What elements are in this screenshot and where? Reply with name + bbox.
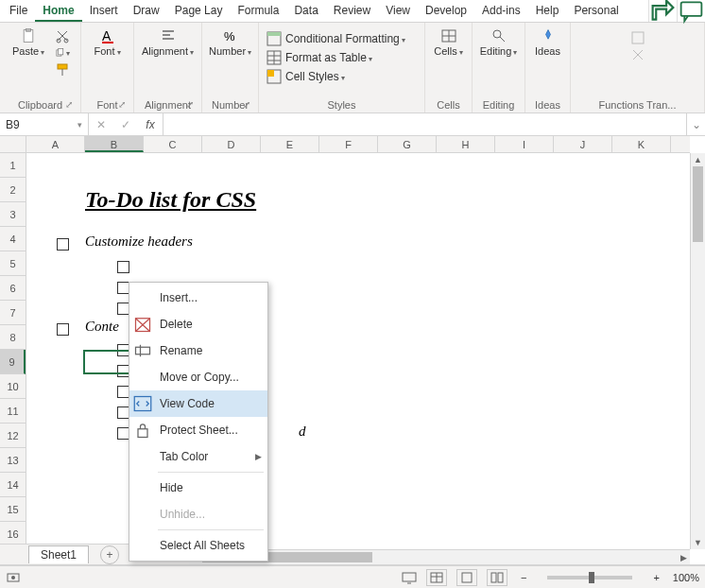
tab-developer[interactable]: Develop xyxy=(418,0,474,22)
alignment-group-button[interactable]: Alignment xyxy=(140,25,196,58)
tab-draw[interactable]: Draw xyxy=(126,0,167,22)
row-header-7[interactable]: 7 xyxy=(0,301,26,325)
col-header-J[interactable]: J xyxy=(554,136,612,152)
row-header-12[interactable]: 12 xyxy=(0,424,26,448)
vertical-scrollbar[interactable]: ▲ ▼ xyxy=(690,153,705,549)
cells-group-button[interactable]: Cells xyxy=(431,25,466,58)
row-header-2[interactable]: 2 xyxy=(0,178,26,202)
zoom-out-button[interactable]: − xyxy=(517,572,530,583)
select-all-triangle[interactable] xyxy=(0,136,26,152)
zoom-in-button[interactable]: + xyxy=(649,572,662,583)
row-header-1[interactable]: 1 xyxy=(0,153,26,178)
number-group-button[interactable]: % Number xyxy=(208,25,252,58)
tab-formulas[interactable]: Formula xyxy=(230,0,286,22)
tab-data[interactable]: Data xyxy=(286,0,325,22)
copy-icon[interactable] xyxy=(55,45,70,61)
col-header-G[interactable]: G xyxy=(378,136,437,152)
svg-rect-0 xyxy=(681,2,702,16)
row-header-10[interactable]: 10 xyxy=(0,374,26,399)
svg-rect-27 xyxy=(462,573,472,582)
sheet-tab-sheet1[interactable]: Sheet1 xyxy=(28,545,89,563)
zoom-level[interactable]: 100% xyxy=(673,572,699,583)
tab-file[interactable]: File xyxy=(2,0,35,22)
tab-personal[interactable]: Personal xyxy=(566,0,626,22)
tab-addins[interactable]: Add-ins xyxy=(474,0,528,22)
scroll-up-icon[interactable]: ▲ xyxy=(691,153,705,166)
alignment-launcher-icon[interactable]: ⤢ xyxy=(184,99,196,111)
display-settings-icon[interactable] xyxy=(402,570,417,585)
row-header-15[interactable]: 15 xyxy=(0,497,26,522)
ctx-rename[interactable]: Rename xyxy=(129,337,267,364)
number-launcher-icon[interactable]: ⤢ xyxy=(241,99,252,111)
comments-button[interactable] xyxy=(677,0,705,22)
col-header-E[interactable]: E xyxy=(261,136,319,152)
new-sheet-button[interactable]: + xyxy=(100,545,119,564)
formula-expand-icon[interactable]: ⌄ xyxy=(686,113,705,135)
record-macro-icon[interactable] xyxy=(6,570,21,585)
scroll-right-icon[interactable]: ▶ xyxy=(677,550,690,564)
ctx-protect-sheet[interactable]: Protect Sheet... xyxy=(129,417,267,443)
col-header-A[interactable]: A xyxy=(26,136,85,152)
functions-icon2[interactable] xyxy=(630,47,645,62)
cells-area[interactable]: To-Do list for CSS Customize headers Con… xyxy=(26,153,690,549)
normal-view-button[interactable] xyxy=(426,569,447,586)
paste-button[interactable]: Paste xyxy=(6,25,51,58)
checkbox-1a[interactable] xyxy=(117,261,129,273)
row-header-8[interactable]: 8 xyxy=(0,325,26,350)
col-header-I[interactable]: I xyxy=(495,136,554,152)
zoom-slider[interactable] xyxy=(547,576,632,579)
cancel-formula-icon[interactable]: ✕ xyxy=(89,118,113,131)
fx-icon[interactable]: fx xyxy=(138,118,163,131)
ctx-delete[interactable]: Delete xyxy=(129,311,267,337)
ctx-hide[interactable]: Hide xyxy=(129,475,267,501)
functions-icon[interactable] xyxy=(630,30,645,45)
tab-home[interactable]: Home xyxy=(35,0,81,22)
ctx-move-copy[interactable]: Move or Copy... xyxy=(129,364,267,390)
tab-pagelayout[interactable]: Page Lay xyxy=(167,0,231,22)
format-as-table-button[interactable]: Format as Table xyxy=(265,49,407,66)
page-break-view-button[interactable] xyxy=(487,569,507,586)
tab-insert[interactable]: Insert xyxy=(82,0,126,22)
row-header-13[interactable]: 13 xyxy=(0,448,26,473)
tab-help[interactable]: Help xyxy=(528,0,567,22)
vscroll-thumb[interactable] xyxy=(693,166,703,242)
ribbon-tabs: File Home Insert Draw Page Lay Formula D… xyxy=(0,0,705,23)
page-layout-view-button[interactable] xyxy=(456,569,477,586)
row-header-5[interactable]: 5 xyxy=(0,251,26,276)
col-header-H[interactable]: H xyxy=(437,136,495,152)
ctx-tab-color[interactable]: Tab Color▶ xyxy=(129,443,267,470)
font-launcher-icon[interactable]: ⤢ xyxy=(116,99,128,111)
tab-review[interactable]: Review xyxy=(326,0,378,22)
ctx-view-code[interactable]: View Code xyxy=(129,390,267,417)
col-header-B[interactable]: B xyxy=(85,136,144,152)
row-header-6[interactable]: 6 xyxy=(0,276,26,301)
col-header-D[interactable]: D xyxy=(202,136,261,152)
cell-styles-button[interactable]: Cell Styles xyxy=(265,68,407,85)
conditional-formatting-button[interactable]: Conditional Formatting xyxy=(265,30,407,47)
row-header-4[interactable]: 4 xyxy=(0,227,26,251)
share-button[interactable] xyxy=(648,0,677,22)
col-header-K[interactable]: K xyxy=(612,136,671,152)
formula-input[interactable] xyxy=(163,113,686,135)
row-header-11[interactable]: 11 xyxy=(0,399,26,424)
col-header-F[interactable]: F xyxy=(319,136,378,152)
tab-view[interactable]: View xyxy=(378,0,418,22)
row-header-3[interactable]: 3 xyxy=(0,202,26,227)
ideas-button[interactable]: Ideas xyxy=(531,25,564,57)
ctx-select-all-sheets[interactable]: Select All Sheets xyxy=(129,532,267,559)
scroll-down-icon[interactable]: ▼ xyxy=(691,536,705,549)
row-header-14[interactable]: 14 xyxy=(0,473,26,497)
clipboard-launcher-icon[interactable]: ⤢ xyxy=(63,99,75,111)
font-group-button[interactable]: A Font xyxy=(87,25,128,58)
name-box[interactable]: B9▾ xyxy=(0,113,89,135)
enter-formula-icon[interactable]: ✓ xyxy=(113,118,138,131)
cut-icon[interactable] xyxy=(55,28,70,43)
checkbox-2[interactable] xyxy=(57,323,69,336)
row-header-9[interactable]: 9 xyxy=(0,350,26,374)
editing-group-button[interactable]: Editing xyxy=(478,25,519,58)
zoom-slider-knob[interactable] xyxy=(589,572,594,583)
col-header-C[interactable]: C xyxy=(144,136,202,152)
format-painter-icon[interactable] xyxy=(55,62,70,78)
ctx-insert[interactable]: Insert... xyxy=(129,285,267,311)
checkbox-1[interactable] xyxy=(57,238,69,251)
